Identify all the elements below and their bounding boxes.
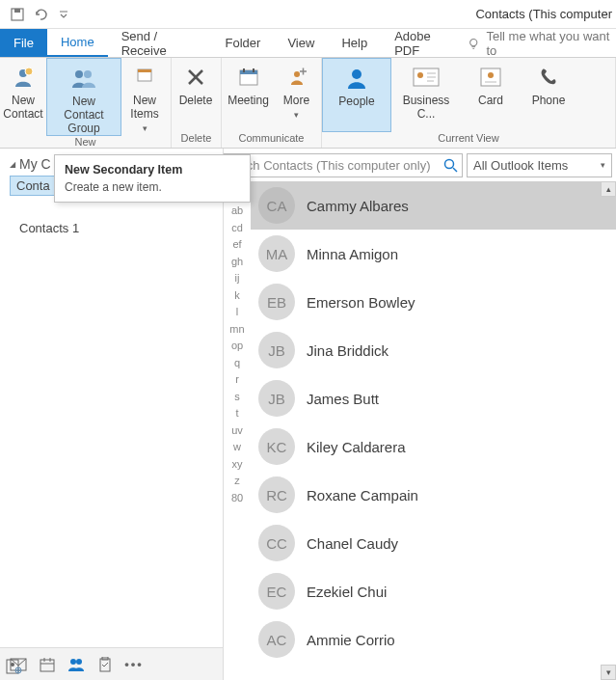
view-people-button[interactable]: People (322, 58, 391, 132)
svg-point-21 (417, 72, 423, 78)
new-items-button[interactable]: New Items ▾ (121, 58, 168, 136)
svg-point-8 (75, 70, 83, 78)
tab-help[interactable]: Help (328, 29, 381, 57)
new-contact-group-label: New Contact Group (53, 95, 115, 135)
view-business-card-label: Business C... (397, 95, 455, 122)
ribbon-group-communicate: Meeting More▾ Communicate (222, 58, 322, 148)
body-area: My C Conta Contacts 1 ••• earch Contacts… (0, 149, 616, 680)
tab-folder[interactable]: Folder (212, 29, 275, 57)
alpha-index[interactable]: 123abcdefghijklmnopqrstuvwxyz80 (224, 181, 251, 680)
svg-point-7 (25, 68, 33, 75)
ribbon-group-delete: Delete Delete (172, 58, 222, 148)
svg-rect-11 (138, 69, 151, 72)
contact-row[interactable]: KCKiley Caldarera (251, 422, 616, 471)
people-nav-icon[interactable] (67, 656, 85, 673)
tell-me-search[interactable]: Tell me what you want to (467, 29, 616, 57)
scroll-down-button[interactable]: ▾ (601, 665, 616, 680)
alpha-w[interactable]: w (233, 439, 241, 456)
contact-row[interactable]: RCRoxane Campain (251, 471, 616, 519)
save-icon[interactable] (6, 3, 29, 26)
contact-row[interactable]: CACammy Albares (251, 181, 616, 230)
contact-name: Cammy Albares (307, 198, 409, 214)
tab-home[interactable]: Home (47, 29, 108, 57)
svg-rect-1 (14, 9, 20, 13)
view-phone-button[interactable]: Phone (521, 58, 576, 132)
alpha-cd[interactable]: cd (231, 219, 243, 236)
qat-customize-icon[interactable] (52, 3, 75, 26)
svg-point-40 (11, 663, 14, 666)
alpha-t[interactable]: t (235, 405, 238, 422)
view-business-card-button[interactable]: Business C... (391, 58, 461, 132)
business-card-icon (411, 62, 442, 93)
svg-rect-15 (240, 70, 257, 74)
alpha-ef[interactable]: ef (232, 236, 241, 254)
address-book-icon[interactable] (0, 653, 27, 680)
alpha-q[interactable]: q (234, 354, 240, 371)
tab-send-receive[interactable]: Send / Receive (108, 29, 212, 57)
search-row: earch Contacts (This computer only) All … (224, 149, 616, 181)
new-contact-button[interactable]: New Contact (0, 58, 46, 136)
contact-row[interactable]: CCChanel Caudy (251, 519, 616, 567)
svg-point-34 (76, 659, 82, 665)
avatar: CC (258, 525, 295, 561)
alpha-op[interactable]: op (231, 338, 243, 355)
alpha-ab[interactable]: ab (231, 203, 243, 220)
contacts-area: 123abcdefghijklmnopqrstuvwxyz80 ▴ ▾ CACa… (224, 181, 616, 680)
group-label-new: New (0, 136, 171, 148)
search-icon[interactable] (442, 157, 458, 173)
alpha-s[interactable]: s (234, 388, 240, 405)
contact-row[interactable]: JBJames Butt (251, 374, 616, 422)
contact-name: James Butt (307, 391, 379, 407)
new-contact-group-button[interactable]: New Contact Group (46, 58, 121, 136)
svg-point-18 (294, 71, 300, 77)
alpha-uv[interactable]: uv (231, 422, 243, 439)
alpha-xy[interactable]: xy (232, 455, 243, 473)
nav-folder-contacts-1[interactable]: Contacts 1 (0, 215, 223, 241)
view-card-label: Card (478, 95, 503, 108)
svg-point-9 (84, 70, 92, 78)
contact-row[interactable]: ACAmmie Corrio (251, 615, 616, 664)
new-items-icon (129, 62, 160, 93)
tab-view[interactable]: View (274, 29, 328, 57)
undo-icon[interactable] (29, 3, 52, 26)
alpha-gh[interactable]: gh (231, 253, 243, 270)
alpha-z[interactable]: z (234, 473, 240, 490)
contact-row[interactable]: JBJina Briddick (251, 326, 616, 374)
alpha-80[interactable]: 80 (231, 489, 243, 506)
window-title: Contacts (This computer (475, 7, 616, 21)
contact-list[interactable]: ▴ ▾ CACammy AlbaresMAMinna AmigonEBEmers… (251, 181, 616, 680)
contact-row[interactable]: ECEzekiel Chui (251, 567, 616, 615)
svg-point-33 (70, 659, 76, 665)
search-placeholder: earch Contacts (This computer only) (228, 158, 431, 173)
alpha-mn[interactable]: mn (229, 320, 244, 338)
alpha-k[interactable]: k (234, 286, 240, 304)
filter-dropdown[interactable]: All Outlook Items ▾ (467, 153, 612, 177)
svg-point-19 (352, 69, 362, 79)
avatar: JB (258, 332, 295, 368)
alpha-r[interactable]: r (235, 371, 239, 389)
alpha-ij[interactable]: ij (235, 270, 240, 287)
avatar: EB (258, 284, 295, 320)
ribbon-tabs: File Home Send / Receive Folder View Hel… (0, 29, 616, 58)
search-input[interactable]: earch Contacts (This computer only) (224, 153, 463, 177)
meeting-button[interactable]: Meeting (222, 58, 275, 132)
delete-button[interactable]: Delete (172, 58, 220, 132)
person-solid-icon (341, 63, 372, 94)
contact-row[interactable]: EBEmerson Bowley (251, 278, 616, 326)
scroll-up-button[interactable]: ▴ (601, 181, 616, 197)
tab-adobe-pdf[interactable]: Adobe PDF (381, 29, 467, 57)
tasks-nav-icon[interactable] (96, 656, 114, 673)
more-button[interactable]: More▾ (275, 58, 318, 132)
alpha-l[interactable]: l (236, 304, 238, 321)
contact-row[interactable]: MAMinna Amigon (251, 230, 616, 278)
avatar: JB (258, 380, 295, 417)
contact-name: Kiley Caldarera (307, 439, 406, 455)
tab-file[interactable]: File (0, 29, 47, 57)
view-card-button[interactable]: Card (461, 58, 521, 132)
more-nav-icon[interactable]: ••• (125, 656, 143, 673)
view-phone-label: Phone (532, 95, 566, 108)
calendar-icon (233, 62, 264, 93)
group-label-communicate: Communicate (222, 132, 321, 148)
delete-label: Delete (179, 95, 213, 108)
calendar-nav-icon[interactable] (39, 656, 56, 673)
